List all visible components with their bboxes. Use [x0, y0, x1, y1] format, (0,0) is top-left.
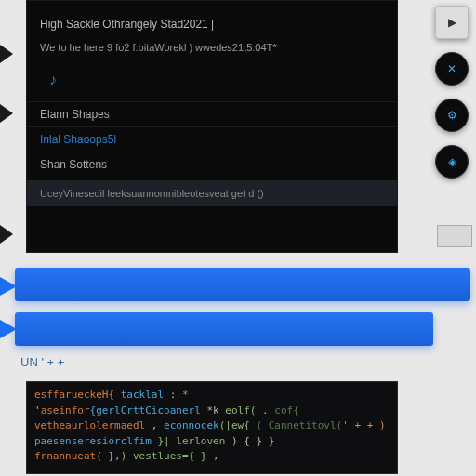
side-box[interactable]: [437, 225, 472, 247]
code-line: paesenseresiorclfim }| lerloven ) { } }: [34, 434, 390, 450]
nav-arrow-right-icon[interactable]: [0, 225, 13, 244]
play-icon: ▶: [448, 16, 456, 29]
nav-arrow-right-icon[interactable]: [0, 104, 13, 123]
code-line: esffarueckeH{ tacklal : *: [34, 388, 390, 403]
menu-item-shadows[interactable]: Inlal Shaoops5l: [27, 126, 397, 152]
icon-toolbar: ▶ ✕ ⚙ ◈: [435, 6, 469, 178]
progress-bar-2[interactable]: [15, 312, 433, 346]
code-line: 'aseinfor{gerlCrttCicoanerl *k eolf( . c…: [34, 403, 390, 419]
play-button[interactable]: ▶: [435, 6, 469, 39]
code-line: vetheaurlolermaedl , econnocek(|ew{ ( Ca…: [34, 418, 390, 434]
code-editor[interactable]: esffarueckeH{ tacklal : * 'aseinfor{gerl…: [26, 381, 398, 474]
code-line: frnannueat( },) vestlues={ } ,: [34, 449, 390, 465]
gear-icon: ⚙: [447, 109, 457, 122]
note-icon: ♪: [49, 72, 375, 88]
nav-arrow-right-icon[interactable]: [0, 45, 13, 63]
close-button[interactable]: ✕: [435, 52, 469, 86]
panel-title: High Sackle Othrangely Stad2021 |: [27, 1, 397, 36]
language-label: UN ' + +: [20, 355, 64, 369]
progress-bar-1[interactable]: [15, 268, 470, 301]
close-icon: ✕: [447, 62, 456, 75]
menu-item-shapes[interactable]: Elann Shapes: [27, 101, 397, 126]
menu-list: Elann Shapes Inlal Shaoops5l Shan Sotten…: [27, 101, 397, 177]
menu-item-settings[interactable]: Shan Sottens: [27, 152, 397, 177]
diamond-button[interactable]: ◈: [435, 145, 469, 178]
main-panel: High Sackle Othrangely Stad2021 | We to …: [26, 0, 398, 253]
gear-button[interactable]: ⚙: [435, 99, 469, 132]
panel-subtitle: We to he here 9 fo2 f:bitaWorekl ) wwede…: [27, 36, 397, 59]
diamond-icon: ◈: [448, 155, 456, 168]
command-input[interactable]: UceyVinesedil leeksuannomnibleotesveat g…: [27, 180, 397, 206]
